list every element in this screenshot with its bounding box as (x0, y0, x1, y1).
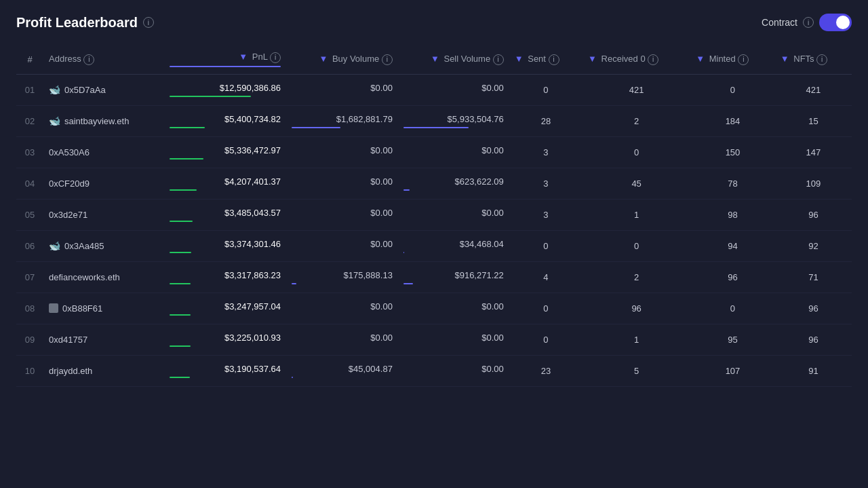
cell-pnl: $3,225,010.93 (164, 324, 286, 355)
address-text: 0xd41757 (49, 335, 87, 345)
sell-volume-value: $5,933,504.76 (403, 114, 504, 124)
cell-address[interactable]: 0xCF20d9 (43, 168, 164, 199)
cell-nfts: 92 (775, 230, 852, 261)
col-nfts[interactable]: ▼ NFTs i (775, 45, 852, 74)
cell-address[interactable]: 🐋0x3Aa485 (43, 230, 164, 261)
buy-bar-container (292, 127, 393, 128)
address-text: 0xA530A6 (49, 147, 90, 157)
cell-nfts: 147 (775, 136, 852, 168)
cell-sell-volume: $0.00 (398, 74, 509, 105)
cell-sell-volume: $0.00 (398, 199, 509, 230)
col-sell-volume[interactable]: ▼ Sell Volume i (398, 45, 509, 74)
cell-buy-volume: $0.00 (286, 324, 398, 355)
sell-volume-info-icon[interactable]: i (493, 54, 504, 65)
cell-nfts: 421 (775, 74, 852, 105)
contract-label: Contract (762, 17, 797, 28)
cell-address[interactable]: 0x3d2e71 (43, 199, 164, 230)
cell-address[interactable]: 0xA530A6 (43, 136, 164, 168)
pnl-value: $5,400,734.82 (170, 114, 281, 124)
cell-buy-volume: $1,682,881.79 (286, 105, 398, 136)
cell-nfts: 15 (775, 105, 852, 136)
address-text: 0x5D7aAa (64, 85, 106, 95)
buy-bar (292, 377, 293, 378)
cell-buy-volume: $0.00 (286, 136, 398, 168)
pnl-value: $3,485,043.57 (170, 208, 281, 218)
table-row[interactable]: 06🐋0x3Aa485$3,374,301.46$0.00$34,468.040… (16, 230, 852, 261)
contract-toggle[interactable] (819, 14, 852, 31)
cell-sell-volume: $623,622.09 (398, 168, 509, 199)
cell-buy-volume: $0.00 (286, 168, 398, 199)
nfts-info-icon[interactable]: i (816, 54, 827, 65)
cell-pnl: $3,247,957.04 (164, 293, 286, 324)
page: Profit Leaderboard i Contract i # Addres… (0, 0, 868, 400)
cell-received: 1 (583, 324, 690, 355)
pnl-info-icon[interactable]: i (270, 52, 281, 63)
sent-info-icon[interactable]: i (549, 54, 559, 65)
col-sent[interactable]: ▼ Sent i (509, 45, 583, 74)
cell-minted: 0 (690, 74, 775, 105)
col-pnl[interactable]: ▼ PnL i (164, 45, 286, 74)
cell-rank: 04 (16, 168, 43, 199)
sell-bar (403, 252, 404, 253)
col-minted[interactable]: ▼ Minted i (690, 45, 775, 74)
sell-bar-container (403, 283, 504, 284)
address-text: defianceworks.eth (49, 272, 120, 282)
whale-icon: 🐋 (49, 84, 60, 95)
cell-sent: 3 (509, 168, 583, 199)
table-row[interactable]: 080xB88F61$3,247,957.04$0.00$0.00096096 (16, 293, 852, 324)
cell-received: 1 (583, 199, 690, 230)
buy-volume-value: $0.00 (292, 239, 393, 249)
table-row[interactable]: 090xd41757$3,225,010.93$0.00$0.00019596 (16, 324, 852, 355)
sell-bar-container (403, 96, 504, 97)
cell-minted: 184 (690, 105, 775, 136)
buy-volume-info-icon[interactable]: i (382, 54, 393, 65)
table-row[interactable]: 02🐋saintbayview.eth$5,400,734.82$1,682,8… (16, 105, 852, 136)
cell-address[interactable]: defianceworks.eth (43, 261, 164, 293)
cell-sent: 28 (509, 105, 583, 136)
col-received[interactable]: ▼ Received 0 i (583, 45, 690, 74)
cell-address[interactable]: 🐋0x5D7aAa (43, 74, 164, 105)
buy-bar-container (292, 283, 393, 284)
col-buy-volume[interactable]: ▼ Buy Volume i (286, 45, 398, 74)
sell-volume-value: $0.00 (403, 333, 504, 343)
table-row[interactable]: 040xCF20d9$4,207,401.37$0.00$623,622.093… (16, 168, 852, 199)
sell-bar-container (403, 127, 504, 128)
cell-pnl: $3,190,537.64 (164, 355, 286, 386)
address-info-icon[interactable]: i (83, 54, 94, 65)
table-row[interactable]: 01🐋0x5D7aAa$12,590,386.86$0.00$0.0004210… (16, 74, 852, 105)
buy-volume-value: $0.00 (292, 333, 393, 343)
cell-pnl: $5,336,472.97 (164, 136, 286, 168)
table-row[interactable]: 10drjaydd.eth$3,190,537.64$45,004.87$0.0… (16, 355, 852, 386)
header-right: Contract i (762, 14, 852, 31)
pnl-bar-container (170, 189, 281, 191)
pnl-value: $5,336,472.97 (170, 145, 281, 155)
buy-bar (292, 127, 340, 128)
header: Profit Leaderboard i Contract i (16, 14, 852, 31)
pnl-bar (170, 377, 190, 378)
title-info-icon[interactable]: i (143, 17, 154, 28)
sell-volume-value: $0.00 (403, 301, 504, 312)
cell-minted: 96 (690, 261, 775, 293)
table-row[interactable]: 07defianceworks.eth$3,317,863.23$175,888… (16, 261, 852, 293)
cell-sell-volume: $0.00 (398, 324, 509, 355)
contract-info-icon[interactable]: i (803, 17, 814, 28)
sell-bar (403, 127, 469, 128)
cell-address[interactable]: 0xB88F61 (43, 293, 164, 324)
minted-info-icon[interactable]: i (738, 54, 749, 65)
address-text: drjaydd.eth (49, 366, 92, 376)
cell-address[interactable]: 0xd41757 (43, 324, 164, 355)
pnl-bar (170, 345, 191, 347)
table-row[interactable]: 030xA530A6$5,336,472.97$0.00$0.003015014… (16, 136, 852, 168)
received-info-icon[interactable]: i (648, 54, 658, 65)
cell-rank: 08 (16, 293, 43, 324)
cell-address[interactable]: drjaydd.eth (43, 355, 164, 386)
table-row[interactable]: 050x3d2e71$3,485,043.57$0.00$0.00319896 (16, 199, 852, 230)
cell-received: 0 (583, 136, 690, 168)
cell-address[interactable]: 🐋saintbayview.eth (43, 105, 164, 136)
pnl-value: $3,374,301.46 (170, 239, 281, 249)
cell-sell-volume: $0.00 (398, 293, 509, 324)
cell-pnl: $3,374,301.46 (164, 230, 286, 261)
sell-volume-value: $916,271.22 (403, 270, 504, 280)
cell-received: 45 (583, 168, 690, 199)
whale-icon: 🐋 (49, 240, 60, 251)
